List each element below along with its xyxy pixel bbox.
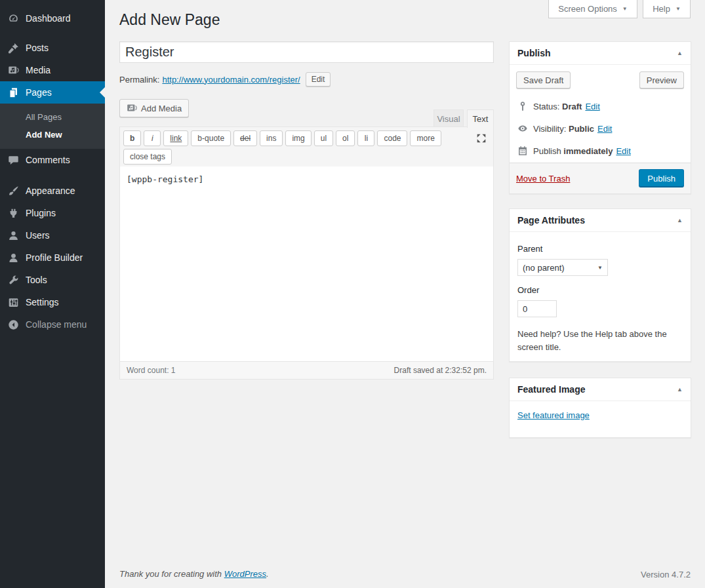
sidebar-item-pages[interactable]: Pages	[0, 81, 105, 104]
sidebar-separator	[0, 171, 105, 180]
publish-metabox-title: Publish	[517, 48, 551, 58]
editor-status-bar: Word count: 1 Draft saved at 2:32:52 pm.	[120, 361, 493, 379]
permalink-url-link[interactable]: http://www.yourdomain.com/register/	[162, 75, 300, 85]
sidebar-item-label: Settings	[26, 297, 59, 307]
quicktag-ins-button[interactable]: ins	[260, 130, 283, 146]
quicktag-bold-button[interactable]: b	[123, 130, 141, 146]
sidebar-item-settings[interactable]: Settings	[0, 291, 105, 313]
sidebar-item-label: Users	[26, 230, 50, 241]
quicktag-close-tags-button[interactable]: close tags	[123, 149, 172, 165]
page-attributes-title: Page Attributes	[517, 215, 585, 225]
post-title-input[interactable]	[119, 41, 494, 63]
publish-metabox-header[interactable]: Publish ▲	[510, 42, 691, 65]
parent-label: Parent	[517, 244, 683, 254]
chevron-down-icon: ▼	[597, 265, 603, 271]
footer-version: Version 4.7.2	[641, 570, 691, 579]
sidebar-item-media[interactable]: Media	[0, 59, 105, 81]
quicktag-italic-button[interactable]: i	[144, 130, 161, 146]
sidebar-item-profile-builder[interactable]: Profile Builder	[0, 246, 105, 269]
attributes-help-text: Need help? Use the Help tab above the sc…	[517, 328, 672, 353]
wrench-icon	[7, 273, 20, 286]
submenu-item-add-new[interactable]: Add New	[0, 126, 105, 144]
featured-image-header[interactable]: Featured Image ▲	[510, 378, 691, 401]
help-tab[interactable]: Help ▼	[643, 0, 691, 18]
sidebar-separator	[0, 29, 105, 37]
sidebar-item-posts[interactable]: Posts	[0, 37, 105, 59]
featured-image-title: Featured Image	[517, 384, 585, 395]
sidebar-item-users[interactable]: Users	[0, 224, 105, 246]
quicktag-link-button[interactable]: link	[163, 130, 188, 146]
edit-schedule-link[interactable]: Edit	[616, 146, 630, 156]
pages-submenu: All Pages Add New	[0, 104, 105, 149]
wordpress-admin-page: Dashboard Posts Media Pages All Pages Ad…	[0, 0, 705, 588]
help-label: Help	[653, 4, 670, 14]
collapse-menu-button[interactable]: Collapse menu	[0, 313, 105, 336]
order-label: Order	[517, 285, 683, 295]
add-media-button[interactable]: Add Media	[119, 99, 189, 117]
sidebar-item-comments[interactable]: Comments	[0, 149, 105, 171]
page-attributes-metabox: Page Attributes ▲ Parent (no parent) ▼ O…	[509, 208, 691, 362]
media-icon	[127, 103, 137, 113]
sidebar-item-appearance[interactable]: Appearance	[0, 180, 105, 202]
quicktag-ol-button[interactable]: ol	[336, 130, 355, 146]
quicktag-del-button[interactable]: del	[233, 130, 257, 146]
page-attributes-header[interactable]: Page Attributes ▲	[510, 209, 691, 232]
screen-options-label: Screen Options	[558, 4, 617, 14]
move-to-trash-link[interactable]: Move to Trash	[516, 174, 570, 184]
pages-icon	[7, 86, 20, 99]
dashboard-icon	[7, 12, 20, 25]
quicktag-ul-button[interactable]: ul	[314, 130, 333, 146]
footer-thanks-text: Thank you for creating with	[119, 569, 224, 579]
permalink-edit-button[interactable]: Edit	[306, 72, 331, 87]
post-content-textarea[interactable]: [wppb-register]	[120, 167, 493, 361]
collapse-toggle-icon[interactable]: ▲	[677, 217, 683, 224]
sidebar-item-tools[interactable]: Tools	[0, 269, 105, 291]
footer-thanks: Thank you for creating with WordPress.	[119, 569, 269, 579]
calendar-icon	[516, 144, 529, 157]
sidebar-item-dashboard[interactable]: Dashboard	[0, 7, 105, 29]
brush-icon	[7, 184, 20, 197]
permalink-label: Permalink:	[119, 75, 159, 85]
preview-button[interactable]: Preview	[639, 71, 684, 88]
quicktag-li-button[interactable]: li	[357, 130, 374, 146]
tab-text-editor[interactable]: Text	[467, 109, 494, 128]
media-icon	[7, 64, 20, 77]
sidebar-item-label: Comments	[26, 155, 70, 165]
parent-select[interactable]: (no parent) ▼	[517, 259, 608, 276]
set-featured-image-link[interactable]: Set featured image	[517, 410, 590, 420]
word-count: Word count: 1	[127, 366, 175, 375]
fullscreen-expand-icon[interactable]	[475, 132, 487, 144]
collapse-toggle-icon[interactable]: ▲	[677, 386, 683, 393]
sidebar-item-label: Tools	[26, 275, 47, 285]
quicktag-more-button[interactable]: more	[410, 130, 441, 146]
collapse-arrow-icon	[7, 318, 20, 331]
collapse-menu-label: Collapse menu	[26, 319, 87, 330]
status-label: Status:	[533, 102, 559, 111]
plug-icon	[7, 206, 20, 220]
featured-image-metabox: Featured Image ▲ Set featured image	[509, 378, 691, 438]
comment-icon	[7, 153, 20, 167]
page-attributes-body: Parent (no parent) ▼ Order Need help? Us…	[510, 232, 691, 361]
post-status-pin-icon	[516, 100, 529, 113]
sidebar-item-plugins[interactable]: Plugins	[0, 202, 105, 224]
publish-metabox: Publish ▲ Save Draft Preview Status: Dra…	[509, 41, 691, 194]
screen-options-tab[interactable]: Screen Options ▼	[548, 0, 637, 18]
submenu-item-all-pages[interactable]: All Pages	[0, 108, 105, 126]
tab-visual-editor[interactable]: Visual	[433, 109, 464, 127]
user-outline-icon	[7, 251, 20, 264]
sidebar-item-label: Profile Builder	[26, 252, 83, 263]
edit-status-link[interactable]: Edit	[585, 102, 599, 111]
publish-button[interactable]: Publish	[639, 169, 684, 187]
visibility-label: Visibility:	[533, 124, 566, 134]
collapse-toggle-icon[interactable]: ▲	[677, 50, 683, 56]
order-input[interactable]	[517, 300, 557, 317]
quicktag-img-button[interactable]: img	[285, 130, 311, 146]
pushpin-icon	[7, 41, 20, 54]
chevron-down-icon: ▼	[675, 6, 681, 12]
quicktag-code-button[interactable]: code	[377, 130, 407, 146]
admin-sidebar: Dashboard Posts Media Pages All Pages Ad…	[0, 0, 105, 588]
edit-visibility-link[interactable]: Edit	[597, 124, 612, 134]
wordpress-link[interactable]: WordPress	[224, 569, 266, 579]
save-draft-button[interactable]: Save Draft	[516, 71, 571, 88]
quicktag-blockquote-button[interactable]: b-quote	[191, 130, 231, 146]
